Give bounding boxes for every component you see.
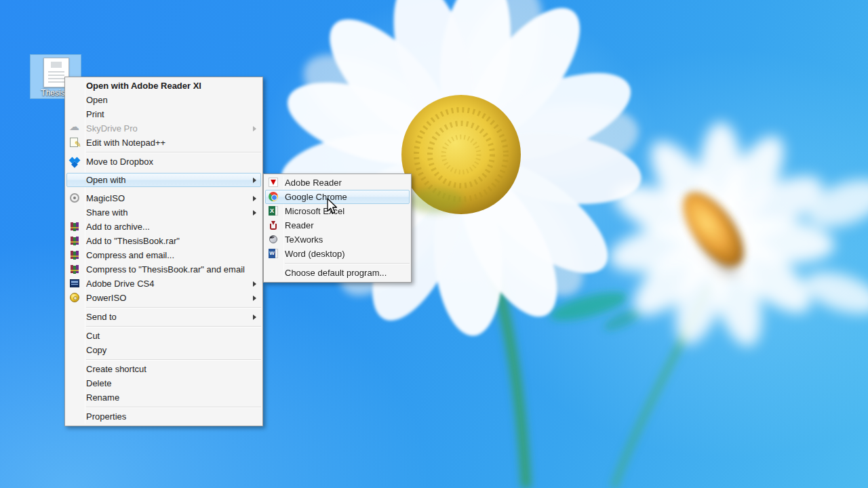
menu-item-edit-with-notepad[interactable]: Edit with Notepad++ xyxy=(65,136,262,150)
submenu-arrow-icon xyxy=(253,210,256,216)
menu-item-copy[interactable]: Copy xyxy=(65,343,262,357)
menu-item-cut[interactable]: Cut xyxy=(65,329,262,343)
word-icon xyxy=(268,248,279,259)
adobe-drive-icon xyxy=(69,278,80,289)
menu-item-label: Open xyxy=(86,93,108,107)
menu-item-open-with[interactable]: Open with xyxy=(65,173,262,187)
menu-item-choose-default-program[interactable]: Choose default program... xyxy=(264,266,411,280)
menu-separator xyxy=(86,357,261,362)
menu-item-label: Copy xyxy=(86,343,106,357)
open-with-submenu: Adobe ReaderGoogle ChromeMicrosoft Excel… xyxy=(263,174,412,283)
menu-item-label: Adobe Reader xyxy=(285,176,342,190)
winrar-icon xyxy=(69,221,80,232)
winrar-icon xyxy=(69,235,80,246)
menu-item-poweriso[interactable]: PowerISO xyxy=(65,291,262,305)
menu-item-create-shortcut[interactable]: Create shortcut xyxy=(65,362,262,376)
menu-item-texworks[interactable]: TeXworks xyxy=(264,232,411,247)
menu-item-send-to[interactable]: Send to xyxy=(65,310,262,324)
menu-item-reader[interactable]: Reader xyxy=(264,218,411,232)
menu-item-label: Properties xyxy=(86,409,126,424)
menu-separator xyxy=(86,324,261,329)
menu-item-rename[interactable]: Rename xyxy=(65,390,262,405)
winrar-icon xyxy=(69,249,80,260)
menu-separator xyxy=(86,405,261,409)
menu-item-label: PowerISO xyxy=(86,291,126,305)
menu-item-label: Send to xyxy=(86,310,117,324)
menu-item-label: Cut xyxy=(86,329,100,343)
ms-reader-icon xyxy=(268,220,279,230)
submenu-arrow-icon xyxy=(253,178,256,183)
menu-item-add-to-archive[interactable]: Add to archive... xyxy=(65,220,262,234)
menu-item-label: Reader xyxy=(285,218,314,232)
dropbox-icon xyxy=(69,156,80,167)
context-menu: Open with Adobe Reader XIOpenPrintSkyDri… xyxy=(64,77,263,426)
menu-item-label: Word (desktop) xyxy=(285,247,345,261)
microsoft-excel-icon xyxy=(268,205,279,216)
menu-item-compress-to-thesisbook-rar-and-email[interactable]: Compress to "ThesisBook.rar" and email xyxy=(65,262,262,277)
menu-separator xyxy=(86,150,261,155)
menu-item-skydrive-pro[interactable]: SkyDrive Pro xyxy=(65,121,262,136)
menu-item-label: Compress and email... xyxy=(86,248,174,262)
winrar-icon xyxy=(69,264,80,274)
menu-item-label: Print xyxy=(86,107,104,121)
notepad-plus-plus-icon xyxy=(69,137,80,148)
menu-item-label: MagicISO xyxy=(86,191,125,205)
menu-item-open-with-adobe-reader-xi[interactable]: Open with Adobe Reader XI xyxy=(65,79,262,93)
menu-item-label: Choose default program... xyxy=(285,266,387,280)
texworks-icon xyxy=(268,234,279,245)
menu-item-label: Rename xyxy=(86,390,119,405)
submenu-arrow-icon xyxy=(253,126,256,131)
menu-item-label: Adobe Drive CS4 xyxy=(86,277,154,291)
menu-item-add-to-thesisbook-rar[interactable]: Add to "ThesisBook.rar" xyxy=(65,234,262,248)
menu-item-properties[interactable]: Properties xyxy=(65,409,262,424)
menu-separator xyxy=(86,305,261,310)
menu-item-label: Delete xyxy=(86,376,112,390)
menu-item-label: Create shortcut xyxy=(86,362,146,376)
mouse-cursor-icon xyxy=(327,198,339,218)
menu-item-label: Edit with Notepad++ xyxy=(86,136,165,150)
menu-item-label: Open with Adobe Reader XI xyxy=(86,79,201,93)
menu-item-delete[interactable]: Delete xyxy=(65,376,262,390)
menu-separator xyxy=(285,261,410,266)
menu-item-label: Add to archive... xyxy=(86,220,150,234)
google-chrome-icon xyxy=(268,191,279,202)
adobe-reader-icon xyxy=(268,177,279,188)
menu-item-label: Compress to "ThesisBook.rar" and email xyxy=(86,262,245,277)
menu-item-print[interactable]: Print xyxy=(65,107,262,121)
menu-item-label: Move to Dropbox xyxy=(86,155,153,169)
menu-item-open[interactable]: Open xyxy=(65,93,262,107)
submenu-arrow-icon xyxy=(253,296,256,301)
magiciso-icon xyxy=(69,192,80,203)
submenu-arrow-icon xyxy=(253,281,256,287)
menu-item-adobe-drive-cs4[interactable]: Adobe Drive CS4 xyxy=(65,277,262,291)
menu-item-magiciso[interactable]: MagicISO xyxy=(65,191,262,205)
menu-item-label: Add to "ThesisBook.rar" xyxy=(86,234,180,248)
menu-item-label: Share with xyxy=(86,205,127,220)
menu-item-label: TeXworks xyxy=(285,232,323,247)
submenu-arrow-icon xyxy=(253,314,256,320)
menu-item-word-desktop[interactable]: Word (desktop) xyxy=(264,247,411,261)
menu-item-move-to-dropbox[interactable]: Move to Dropbox xyxy=(65,155,262,169)
menu-item-label: Open with xyxy=(86,173,126,187)
menu-item-label: SkyDrive Pro xyxy=(86,121,138,136)
skydrive-pro-icon xyxy=(69,123,80,134)
poweriso-icon xyxy=(69,292,80,303)
submenu-arrow-icon xyxy=(253,196,256,201)
menu-item-adobe-reader[interactable]: Adobe Reader xyxy=(264,176,411,190)
menu-item-compress-and-email[interactable]: Compress and email... xyxy=(65,248,262,262)
menu-item-share-with[interactable]: Share with xyxy=(65,205,262,220)
